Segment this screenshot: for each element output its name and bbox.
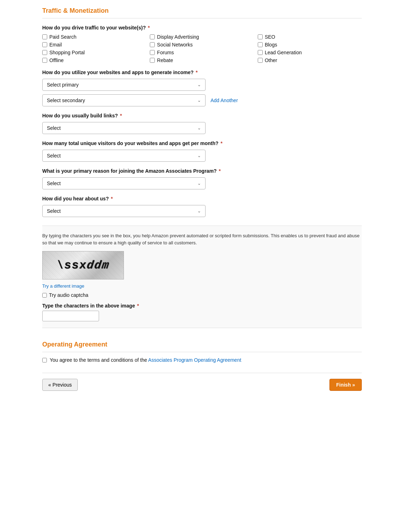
checkbox-offline-label: Offline (49, 57, 64, 63)
checkbox-blogs-input[interactable] (258, 42, 263, 47)
checkbox-shopping-portal-input[interactable] (42, 50, 47, 55)
reason-question-label: What is your primary reason for joining … (42, 168, 362, 174)
checkbox-shopping-portal[interactable]: Shopping Portal (42, 50, 146, 55)
checkbox-display-advertising-label: Display Advertising (157, 34, 199, 40)
checkbox-rebate-label: Rebate (157, 57, 173, 63)
audio-captcha-row: Try audio captcha (42, 292, 362, 298)
reason-question-block: What is your primary reason for joining … (42, 168, 362, 189)
agreement-row: You agree to the terms and conditions of… (42, 357, 362, 363)
visitors-question-label: How many total unique visitors do your w… (42, 140, 362, 146)
checkbox-lead-generation-input[interactable] (258, 50, 263, 55)
checkbox-other-input[interactable] (258, 58, 263, 63)
add-another-link[interactable]: Add Another (211, 98, 238, 103)
agreement-label: You agree to the terms and conditions of… (50, 357, 241, 363)
hear-question-block: How did you hear about us? * Select ⌄ (42, 196, 362, 217)
checkbox-display-advertising[interactable]: Display Advertising (150, 34, 254, 40)
audio-captcha-label: Try audio captcha (49, 292, 88, 298)
chevron-down-icon-4: ⌄ (197, 153, 201, 158)
operating-agreement-link[interactable]: Associates Program Operating Agreement (148, 357, 241, 363)
captcha-text-input[interactable] (42, 311, 99, 321)
income-question-block: How do you utilize your websites and app… (42, 70, 362, 106)
checkbox-rebate-input[interactable] (150, 58, 155, 63)
visitors-select[interactable]: Select ⌄ (42, 150, 206, 162)
captcha-section: By typing the characters you see in the … (42, 226, 362, 328)
chevron-down-icon-6: ⌄ (197, 209, 201, 214)
checkbox-paid-search-label: Paid Search (49, 34, 76, 40)
checkbox-forums[interactable]: Forums (150, 50, 254, 55)
required-links-star: * (119, 113, 122, 118)
checkbox-seo-label: SEO (265, 34, 275, 40)
checkbox-other-label: Other (265, 57, 277, 63)
required-income-star: * (194, 70, 197, 75)
captcha-input-label: Type the characters in the above image * (42, 303, 362, 309)
visitors-placeholder: Select (47, 153, 61, 159)
operating-agreement-section: Operating Agreement You agree to the ter… (42, 334, 362, 369)
checkbox-display-advertising-input[interactable] (150, 34, 155, 39)
income-secondary-select[interactable]: Select secondary ⌄ (42, 94, 206, 106)
checkbox-seo-input[interactable] (258, 34, 263, 39)
chevron-down-icon-2: ⌄ (197, 98, 201, 103)
hear-placeholder: Select (47, 208, 61, 214)
checkbox-email-input[interactable] (42, 42, 47, 47)
checkbox-seo[interactable]: SEO (258, 34, 362, 40)
required-captcha-star: * (136, 303, 139, 309)
traffic-question-block: How do you drive traffic to your website… (42, 25, 362, 63)
checkbox-lead-generation[interactable]: Lead Generation (258, 50, 362, 55)
checkbox-forums-label: Forums (157, 50, 174, 55)
try-different-image-link[interactable]: Try a different image (42, 283, 84, 289)
income-primary-row: Select primary ⌄ (42, 79, 362, 91)
checkbox-other[interactable]: Other (258, 57, 362, 63)
required-hear-star: * (109, 196, 113, 201)
links-question-label: How do you usually build links? * (42, 113, 362, 118)
checkbox-blogs[interactable]: Blogs (258, 42, 362, 48)
income-secondary-placeholder: Select secondary (47, 98, 85, 103)
checkbox-paid-search[interactable]: Paid Search (42, 34, 146, 40)
operating-agreement-title: Operating Agreement (42, 341, 362, 348)
required-reason-star: * (217, 168, 220, 174)
captcha-image: \ssxddm (42, 251, 124, 279)
income-primary-placeholder: Select primary (47, 82, 78, 88)
section-title: Traffic & Monetization (42, 7, 362, 15)
income-secondary-row: Select secondary ⌄ Add Another (42, 94, 362, 106)
traffic-question-label: How do you drive traffic to your website… (42, 25, 362, 31)
required-star: * (147, 25, 150, 31)
visitors-question-block: How many total unique visitors do your w… (42, 140, 362, 162)
checkbox-email[interactable]: Email (42, 42, 146, 48)
chevron-down-icon-5: ⌄ (197, 181, 201, 186)
checkbox-forums-input[interactable] (150, 50, 155, 55)
agree-terms-checkbox[interactable] (42, 358, 47, 362)
income-select-group: Select primary ⌄ Select secondary ⌄ Add … (42, 79, 362, 106)
reason-placeholder: Select (47, 181, 61, 186)
previous-chevrons-icon: « (48, 382, 51, 388)
checkbox-offline-input[interactable] (42, 58, 47, 63)
reason-select[interactable]: Select ⌄ (42, 177, 206, 189)
section-divider (42, 18, 362, 18)
hear-select[interactable]: Select ⌄ (42, 205, 206, 217)
income-primary-select[interactable]: Select primary ⌄ (42, 79, 206, 91)
checkbox-paid-search-input[interactable] (42, 34, 47, 39)
captcha-description: By typing the characters you see in the … (42, 232, 362, 246)
links-placeholder: Select (47, 125, 61, 131)
checkbox-offline[interactable]: Offline (42, 57, 146, 63)
links-question-block: How do you usually build links? * Select… (42, 113, 362, 134)
checkbox-shopping-portal-label: Shopping Portal (49, 50, 85, 55)
hear-question-label: How did you hear about us? * (42, 196, 362, 201)
finish-button[interactable]: Finish » (329, 379, 362, 391)
required-visitors-star: * (219, 140, 222, 146)
checkbox-social-networks-input[interactable] (150, 42, 155, 47)
checkbox-social-networks-label: Social Networks (157, 42, 192, 48)
checkbox-lead-generation-label: Lead Generation (265, 50, 302, 55)
checkbox-social-networks[interactable]: Social Networks (150, 42, 254, 48)
chevron-down-icon-3: ⌄ (197, 126, 201, 131)
footer-nav: « Previous Finish » (42, 373, 362, 397)
agreement-divider (42, 352, 362, 352)
audio-captcha-checkbox[interactable] (42, 293, 47, 298)
traffic-checkbox-grid: Paid Search Display Advertising SEO Emai… (42, 34, 362, 63)
captcha-text: \ssxddm (56, 259, 110, 272)
checkbox-blogs-label: Blogs (265, 42, 277, 48)
previous-button[interactable]: « Previous (42, 379, 78, 391)
links-select[interactable]: Select ⌄ (42, 122, 206, 134)
checkbox-rebate[interactable]: Rebate (150, 57, 254, 63)
income-question-label: How do you utilize your websites and app… (42, 70, 362, 75)
captcha-input-block: Type the characters in the above image * (42, 303, 362, 321)
